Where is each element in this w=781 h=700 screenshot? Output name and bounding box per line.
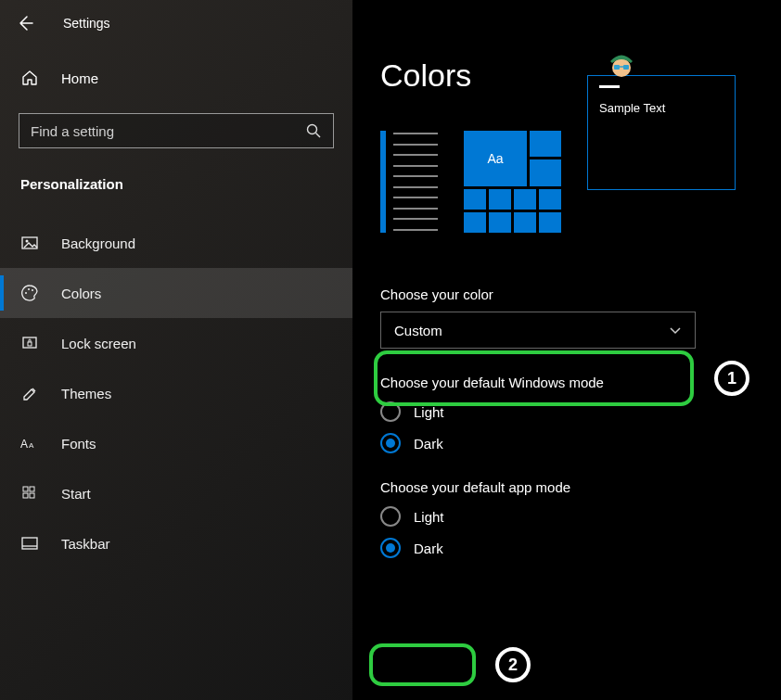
radio-label: Light [414, 509, 444, 525]
main-panel: Colors Aa Sample Text [352, 0, 781, 700]
preview-tile-text: Aa [464, 131, 527, 186]
svg-rect-13 [23, 493, 28, 498]
windows-mode-label: Choose your default Windows mode [380, 375, 696, 390]
radio-icon [380, 401, 401, 422]
nav-item-label: Start [61, 486, 91, 502]
svg-text:A: A [20, 438, 28, 451]
annotation-callout-2: 2 [495, 647, 531, 682]
windows-mode-light[interactable]: Light [380, 401, 696, 422]
svg-rect-18 [614, 65, 620, 70]
window-title: Settings [63, 16, 110, 31]
preview-window: Sample Text [587, 75, 736, 190]
nav-list: Background Colors Lock screen Themes AA … [0, 218, 352, 568]
nav-item-label: Colors [61, 286, 101, 301]
radio-icon [380, 433, 401, 453]
svg-point-5 [28, 288, 30, 290]
home-label: Home [61, 70, 98, 86]
back-arrow-icon [16, 14, 34, 32]
nav-fonts[interactable]: AA Fonts [0, 418, 352, 468]
chevron-down-icon [669, 324, 682, 337]
svg-point-6 [32, 289, 33, 291]
sample-text: Sample Text [599, 101, 723, 115]
radio-icon [380, 506, 401, 527]
svg-text:A: A [29, 441, 34, 450]
settings-sidebar: Settings Home Personalization Background [0, 0, 352, 700]
radio-icon [380, 538, 401, 558]
svg-line-1 [316, 134, 321, 138]
annotation-highlight-2 [369, 643, 476, 686]
svg-point-0 [308, 125, 317, 134]
lock-screen-icon [20, 334, 39, 352]
choose-color-dropdown[interactable]: Custom [380, 312, 696, 349]
app-mode-dark[interactable]: Dark [380, 538, 696, 558]
start-icon [20, 484, 39, 503]
svg-rect-19 [623, 65, 629, 70]
svg-rect-12 [30, 487, 34, 491]
choose-color-label: Choose your color [380, 286, 696, 302]
nav-colors[interactable]: Colors [0, 268, 352, 318]
palette-icon [20, 284, 39, 302]
nav-item-label: Fonts [61, 436, 96, 452]
color-previews: Aa Sample Text [380, 131, 781, 233]
svg-rect-11 [23, 487, 28, 491]
preview-tiles: Aa [464, 131, 561, 233]
choose-color-value: Custom [394, 323, 442, 338]
nav-taskbar[interactable]: Taskbar [0, 518, 352, 568]
preview-start-accent [380, 131, 438, 233]
radio-label: Light [414, 404, 444, 420]
picture-icon [20, 234, 39, 252]
svg-rect-15 [22, 538, 37, 549]
annotation-callout-1: 1 [714, 361, 749, 396]
search-icon [305, 122, 322, 139]
taskbar-icon [20, 534, 39, 553]
svg-point-3 [26, 240, 29, 243]
nav-item-label: Themes [61, 386, 111, 401]
svg-point-4 [25, 292, 27, 294]
nav-start[interactable]: Start [0, 468, 352, 518]
category-title: Personalization [0, 148, 352, 192]
search-input[interactable] [31, 123, 305, 139]
radio-label: Dark [414, 436, 443, 452]
search-box[interactable] [19, 113, 334, 148]
app-mode-label: Choose your default app mode [380, 479, 696, 495]
nav-item-label: Taskbar [61, 536, 110, 552]
app-mode-light[interactable]: Light [380, 506, 696, 527]
back-button[interactable] [15, 13, 35, 33]
nav-item-label: Lock screen [61, 336, 136, 351]
home-link[interactable]: Home [0, 37, 352, 93]
windows-mode-dark[interactable]: Dark [380, 433, 696, 453]
svg-rect-14 [30, 493, 34, 498]
themes-icon [20, 384, 39, 402]
window-header: Settings [0, 0, 352, 37]
home-icon [20, 69, 39, 87]
fonts-icon: AA [20, 434, 39, 452]
mascot-icon [603, 45, 640, 82]
nav-lock-screen[interactable]: Lock screen [0, 318, 352, 368]
svg-rect-8 [28, 342, 32, 346]
radio-label: Dark [414, 541, 443, 556]
nav-background[interactable]: Background [0, 218, 352, 268]
nav-item-label: Background [61, 235, 135, 251]
nav-themes[interactable]: Themes [0, 368, 352, 418]
